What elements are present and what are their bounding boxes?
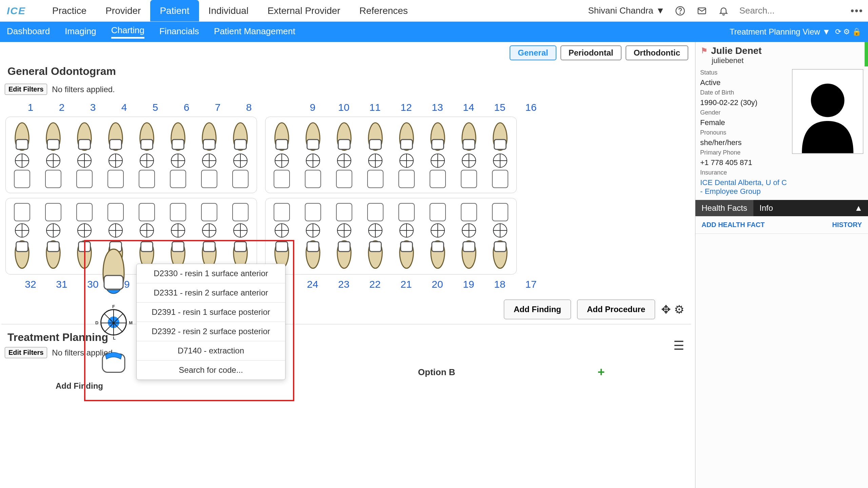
lingual-surface[interactable] [201,170,217,188]
zoom-tooth-buccal[interactable] [97,248,131,296]
lingual-surface[interactable] [232,203,249,221]
zoom-tooth-occlusal[interactable]: D M F L [100,309,127,336]
tooth-num[interactable]: 1 [24,102,37,113]
view-selector[interactable]: Treatment Planning View ▼ [730,27,830,37]
tooth-cell[interactable] [362,122,388,188]
tooth-num[interactable]: 11 [368,102,382,113]
occlusal-surface[interactable] [202,154,216,168]
tooth-cell[interactable] [456,122,482,188]
move-icon[interactable]: ✥ [661,303,671,316]
occlusal-surface[interactable] [140,223,154,238]
tooth-cell[interactable] [425,203,451,269]
occlusal-surface[interactable] [306,154,320,168]
history-link[interactable]: HISTORY [832,221,862,229]
tooth-num[interactable]: 31 [55,279,68,290]
occlusal-surface[interactable] [399,223,414,238]
tooth-num[interactable]: 16 [524,102,538,113]
tooth-num[interactable]: 24 [306,279,319,290]
code-option[interactable]: D2330 - resin 1 surface anterior [137,264,285,283]
tooth-cell[interactable] [394,122,419,188]
tooth-num[interactable]: 12 [399,102,413,113]
tooth-cell[interactable] [134,122,160,188]
lingual-surface[interactable] [170,170,186,188]
lingual-surface[interactable] [461,170,477,188]
tab-practice[interactable]: Practice [43,0,96,21]
add-procedure-button[interactable]: Add Procedure [577,300,655,319]
lingual-surface[interactable] [461,203,477,221]
tooth-num[interactable]: 13 [431,102,444,113]
occlusal-surface[interactable] [275,223,289,238]
occlusal-surface[interactable] [140,154,154,168]
lingual-surface[interactable] [139,170,155,188]
help-icon[interactable] [674,5,686,17]
tooth-num[interactable]: 20 [431,279,444,290]
lingual-surface[interactable] [170,203,186,221]
code-option[interactable]: D2392 - resin 2 surface posterior [137,322,285,341]
tooth-num[interactable]: 18 [493,279,507,290]
lingual-surface[interactable] [107,170,124,188]
zoom-tooth-lingual[interactable] [98,349,129,376]
occlusal-surface[interactable] [171,223,185,238]
lingual-surface[interactable] [492,170,508,188]
tooth-cell[interactable] [9,122,35,188]
occlusal-surface[interactable] [77,154,92,168]
code-option[interactable]: D2331 - resin 2 surface anterior [137,283,285,303]
tab-external-provider[interactable]: External Provider [258,0,350,21]
tooth-num[interactable]: 10 [337,102,351,113]
tooth-cell[interactable] [269,203,295,269]
settings-icon[interactable]: ⚙ [674,303,684,316]
occlusal-surface[interactable] [462,154,476,168]
lingual-surface[interactable] [45,170,61,188]
occlusal-surface[interactable] [431,154,445,168]
lingual-surface[interactable] [14,170,30,188]
tooth-num[interactable]: 19 [462,279,475,290]
occlusal-surface[interactable] [462,223,476,238]
occlusal-surface[interactable] [493,154,507,168]
occlusal-surface[interactable] [46,223,60,238]
tp-menu-icon[interactable]: ☰ [673,339,684,353]
occlusal-surface[interactable] [337,154,351,168]
tp-add-option[interactable]: + [598,365,605,379]
occlusal-surface[interactable] [46,154,60,168]
lock-icon[interactable]: 🔒 [852,27,861,36]
occlusal-surface[interactable] [306,223,320,238]
edit-filters-button[interactable]: Edit Filters [5,84,47,95]
tooth-cell[interactable] [72,122,97,188]
occlusal-surface[interactable] [431,223,445,238]
tooth-cell[interactable] [196,122,222,188]
lingual-surface[interactable] [336,170,352,188]
tooth-cell[interactable] [165,203,191,269]
add-finding-button[interactable]: Add Finding [504,300,571,319]
tooth-cell[interactable] [40,203,66,269]
tooth-num[interactable]: 2 [55,102,68,113]
tp-edit-filters-button[interactable]: Edit Filters [5,347,47,358]
tp-add-finding[interactable]: Add Finding [56,381,691,391]
tooth-num[interactable]: 3 [86,102,100,113]
tooth-cell[interactable] [425,122,451,188]
subnav-patient-mgmt[interactable]: Patient Management [214,26,295,38]
ct-tab-general[interactable]: General [510,45,556,60]
subnav-imaging[interactable]: Imaging [65,26,96,38]
subnav-financials[interactable]: Financials [159,26,199,38]
tab-patient[interactable]: Patient [150,0,199,21]
occlusal-surface[interactable] [368,154,382,168]
search-input[interactable] [739,5,841,16]
ct-tab-periodontal[interactable]: Periodontal [560,45,622,60]
tooth-num[interactable]: 22 [368,279,382,290]
lingual-surface[interactable] [305,170,321,188]
tooth-num[interactable]: 7 [211,102,224,113]
occlusal-surface[interactable] [108,154,123,168]
tp-option-b[interactable]: Option B [418,367,455,378]
more-icon[interactable]: ••• [850,5,863,17]
occlusal-surface[interactable] [202,223,216,238]
lingual-surface[interactable] [492,203,508,221]
refresh-icon[interactable]: ⟳ [835,27,841,36]
occlusal-surface[interactable] [233,154,248,168]
occlusal-surface[interactable] [493,223,507,238]
occlusal-surface[interactable] [368,223,382,238]
lingual-surface[interactable] [430,170,446,188]
tooth-cell[interactable] [331,203,357,269]
tooth-cell[interactable] [196,203,222,269]
tooth-cell[interactable] [228,122,253,188]
lingual-surface[interactable] [76,203,93,221]
